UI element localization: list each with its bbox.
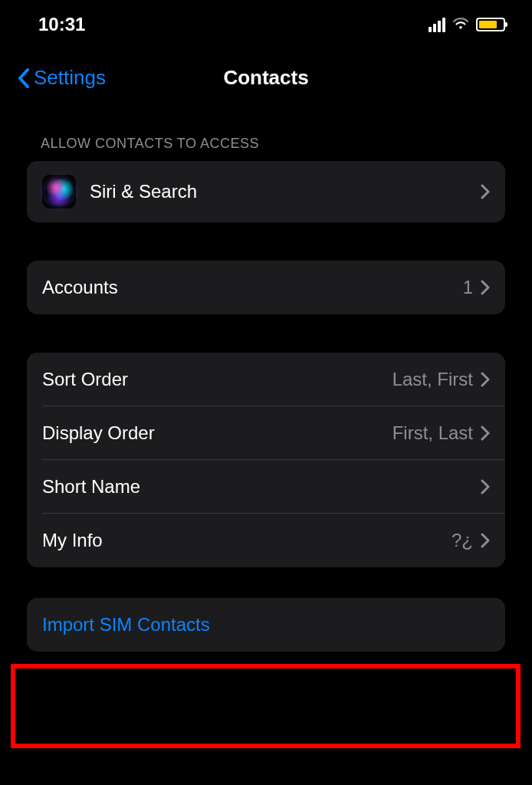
- annotation-highlight: [11, 664, 521, 748]
- content: ALLOW CONTACTS TO ACCESS Siri & Search A…: [0, 105, 532, 652]
- row-short-name-label: Short Name: [42, 476, 481, 498]
- row-display-order-value: First, Last: [392, 422, 473, 444]
- battery-icon: [476, 18, 505, 31]
- page-title: Contacts: [223, 66, 308, 90]
- row-my-info[interactable]: My Info ?¿: [27, 514, 505, 567]
- row-accounts-label: Accounts: [42, 277, 463, 298]
- chevron-right-icon: [481, 533, 490, 548]
- row-accounts-value: 1: [463, 277, 473, 298]
- row-siri-search[interactable]: Siri & Search: [27, 161, 505, 222]
- row-sort-order[interactable]: Sort Order Last, First: [27, 353, 505, 406]
- back-button[interactable]: Settings: [17, 66, 106, 90]
- group-accounts: Accounts 1: [27, 261, 505, 314]
- status-bar: 10:31: [0, 0, 532, 43]
- status-indicators: [429, 14, 505, 35]
- back-label: Settings: [34, 66, 106, 90]
- row-import-sim-label: Import SIM Contacts: [42, 614, 490, 636]
- status-time: 10:31: [38, 14, 85, 35]
- row-siri-search-label: Siri & Search: [90, 181, 481, 202]
- navigation-bar: Settings Contacts: [0, 43, 532, 105]
- group-import: Import SIM Contacts: [27, 598, 505, 652]
- row-short-name[interactable]: Short Name: [27, 460, 505, 514]
- row-sort-order-label: Sort Order: [42, 369, 392, 390]
- row-accounts[interactable]: Accounts 1: [27, 261, 505, 314]
- section-header-access: ALLOW CONTACTS TO ACCESS: [27, 120, 505, 161]
- chevron-left-icon: [17, 67, 31, 89]
- chevron-right-icon: [481, 372, 490, 387]
- siri-icon: [42, 175, 76, 209]
- chevron-right-icon: [481, 280, 490, 295]
- chevron-right-icon: [481, 479, 490, 494]
- row-display-order[interactable]: Display Order First, Last: [27, 406, 505, 460]
- chevron-right-icon: [481, 425, 490, 441]
- row-my-info-value: ?¿: [452, 530, 473, 551]
- row-display-order-label: Display Order: [42, 422, 392, 444]
- row-my-info-label: My Info: [42, 530, 452, 551]
- group-display-settings: Sort Order Last, First Display Order Fir…: [27, 353, 505, 567]
- row-sort-order-value: Last, First: [392, 369, 473, 390]
- group-access: Siri & Search: [27, 161, 505, 222]
- wifi-icon: [452, 14, 470, 35]
- cellular-signal-icon: [429, 18, 445, 32]
- row-import-sim[interactable]: Import SIM Contacts: [27, 598, 505, 652]
- chevron-right-icon: [481, 184, 490, 199]
